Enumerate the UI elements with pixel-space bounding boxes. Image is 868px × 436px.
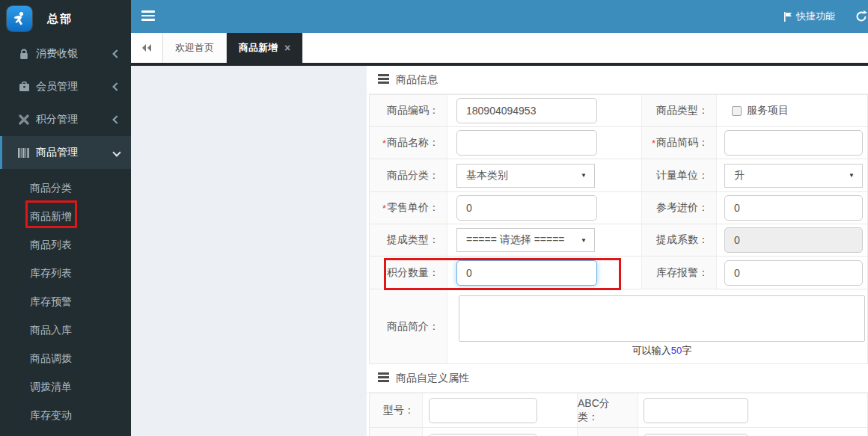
briefcase-icon <box>17 82 31 92</box>
running-man-logo-icon <box>7 6 32 31</box>
stock-alarm-input[interactable] <box>724 260 863 286</box>
checkbox-label: 服务项目 <box>747 104 789 117</box>
list-bars-icon <box>378 74 389 85</box>
sidebar-subitem-stock-warning[interactable]: 库存预警 <box>0 287 131 316</box>
form-row: 商品分类： 基本类别▼ 计量单位： 升▼ <box>370 159 867 192</box>
barcode-icon <box>17 148 31 158</box>
field-label: *零售单价： <box>370 192 447 224</box>
sidebar-subitem-product-inbound[interactable]: 商品入库 <box>0 316 131 344</box>
form-row: 商品编码： 商品类型： 服务项目 <box>370 95 867 127</box>
tab-product-add[interactable]: 商品新增 × <box>227 33 303 63</box>
field-label: 提成类型： <box>370 224 447 256</box>
field-label: 商品类型： <box>642 95 717 126</box>
product-code-input[interactable] <box>456 98 597 123</box>
custom-attr-input[interactable] <box>644 434 748 436</box>
field-label: ABC分类： <box>578 393 638 427</box>
tab-bar: 欢迎首页 商品新增 × <box>131 33 868 66</box>
form-row: *商品名称： *商品简码： <box>370 127 867 159</box>
abc-class-input[interactable] <box>644 398 748 423</box>
sidebar: 总部 消费收银 会员管理 积分管理 <box>0 0 131 436</box>
char-limit-link[interactable]: 50 <box>671 345 682 356</box>
points-icon <box>17 114 31 125</box>
sidebar-item-label: 商品管理 <box>36 146 78 159</box>
sidebar-item-label: 会员管理 <box>36 80 78 93</box>
sidebar-item-members[interactable]: 会员管理 <box>0 70 131 103</box>
chevron-down-icon <box>112 148 120 156</box>
textarea-hint: 可以输入50字 <box>632 344 691 357</box>
quick-function-button[interactable]: 快捷功能 <box>783 0 835 33</box>
tabs-collapse-button[interactable] <box>131 33 163 63</box>
quick-function-label: 快捷功能 <box>796 10 835 23</box>
field-label: 型号： <box>370 393 423 427</box>
field-label <box>370 428 423 436</box>
top-navbar: 快捷功能 <box>131 0 868 33</box>
double-chevron-left-icon <box>141 43 153 52</box>
tab-label: 欢迎首页 <box>175 41 214 55</box>
sidebar-item-label: 积分管理 <box>36 113 78 126</box>
tab-welcome-home[interactable]: 欢迎首页 <box>163 33 227 63</box>
sidebar-item-points[interactable]: 积分管理 <box>0 103 131 136</box>
field-label: 计量单位： <box>642 159 717 191</box>
chevron-down-icon: ▼ <box>581 172 587 179</box>
product-intro-textarea[interactable] <box>459 295 865 342</box>
reference-cost-input[interactable] <box>724 195 863 221</box>
product-name-input[interactable] <box>456 130 597 156</box>
refresh-icon[interactable] <box>855 10 868 23</box>
form-row <box>370 428 867 436</box>
lock-icon <box>17 49 31 60</box>
custom-attr-input[interactable] <box>429 434 537 436</box>
sidebar-item-label: 消费收银 <box>36 47 78 61</box>
list-bars-icon <box>378 372 389 384</box>
sidebar-subitem-stock-change[interactable]: 库存变动 <box>0 401 131 429</box>
model-number-input[interactable] <box>429 398 537 423</box>
product-category-select[interactable]: 基本类别▼ <box>456 164 595 188</box>
retail-price-input[interactable] <box>456 195 597 221</box>
sidebar-subitem-stock-list[interactable]: 库存列表 <box>0 259 131 287</box>
company-title: 总部 <box>47 12 73 26</box>
field-label: 商品分类： <box>370 159 447 191</box>
section-header-product-info: 商品信息 <box>367 66 868 94</box>
products-submenu: 商品分类 商品新增 商品列表 库存列表 库存预警 商品入库 商品调拨 调拨清单 … <box>0 169 131 429</box>
points-quantity-input[interactable] <box>456 260 597 286</box>
form-row: 提成类型： ===== 请选择 =====▼ 提成系数： <box>370 224 867 257</box>
app-logo[interactable]: 总部 <box>0 0 131 37</box>
sidebar-toggle-icon[interactable] <box>141 10 155 22</box>
field-label: 商品编码： <box>370 95 447 126</box>
chevron-down-icon: ▼ <box>849 172 855 179</box>
product-info-table: 商品编码： 商品类型： 服务项目 *商品名称： *商品简码： 商品分类： 基本类… <box>369 94 868 364</box>
sidebar-subitem-product-transfer[interactable]: 商品调拨 <box>0 344 131 372</box>
field-label: 积分数量： <box>370 257 447 289</box>
field-label: *商品简码： <box>642 127 717 159</box>
form-row: 型号： ABC分类： <box>370 393 867 428</box>
field-label: 商品简介： <box>370 289 447 363</box>
unit-select[interactable]: 升▼ <box>724 164 863 188</box>
section-header-custom-attributes: 商品自定义属性 <box>367 364 868 393</box>
sidebar-subitem-product-add[interactable]: 商品新增 <box>0 202 131 230</box>
field-label <box>578 428 638 436</box>
sidebar-subitem-product-category[interactable]: 商品分类 <box>0 174 131 202</box>
close-icon[interactable]: × <box>284 42 290 54</box>
section-title: 商品自定义属性 <box>396 372 469 385</box>
service-item-checkbox[interactable] <box>732 106 742 116</box>
form-row: 商品简介： 可以输入50字 <box>370 289 867 364</box>
section-title: 商品信息 <box>396 73 438 87</box>
chevron-down-icon: ▼ <box>581 237 587 244</box>
sidebar-subitem-product-list[interactable]: 商品列表 <box>0 230 131 259</box>
field-label: 提成系数： <box>642 224 717 256</box>
commission-type-select[interactable]: ===== 请选择 =====▼ <box>456 228 595 252</box>
chevron-left-icon <box>112 49 120 58</box>
tab-label: 商品新增 <box>239 41 278 55</box>
sidebar-subitem-transfer-list[interactable]: 调拨清单 <box>0 372 131 401</box>
flag-icon <box>783 12 792 22</box>
chevron-left-icon <box>112 115 120 123</box>
chevron-left-icon <box>112 82 120 90</box>
form-row: *零售单价： 参考进价： <box>370 192 867 224</box>
form-row: 积分数量： 库存报警： <box>370 257 867 289</box>
custom-attributes-table: 型号： ABC分类： <box>369 393 868 436</box>
sidebar-item-cashier[interactable]: 消费收银 <box>0 37 131 70</box>
sidebar-item-products[interactable]: 商品管理 <box>0 136 131 169</box>
field-label: *商品名称： <box>370 127 447 159</box>
product-shortcode-input[interactable] <box>724 130 863 156</box>
product-form-panel: 商品信息 商品编码： 商品类型： 服务项目 *商品名称： *商品简码： 商品分类… <box>367 66 868 436</box>
field-label: 库存报警： <box>642 257 717 289</box>
